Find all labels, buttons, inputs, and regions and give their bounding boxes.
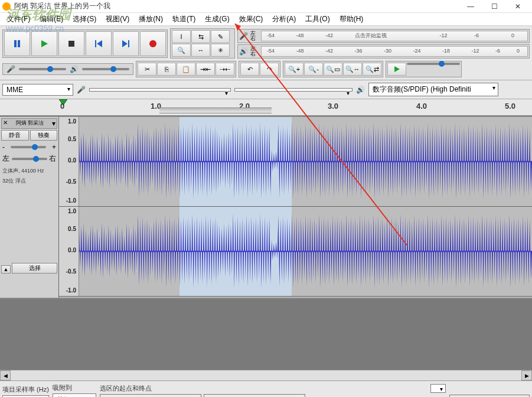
svg-marker-8: [122, 40, 128, 47]
svg-rect-6: [95, 40, 96, 47]
play-at-speed: [386, 61, 462, 77]
mixer-controls: 🎤 🔊: [2, 63, 133, 75]
skip-end-button[interactable]: [113, 31, 139, 56]
snap-label: 吸附到: [53, 383, 96, 392]
svg-marker-11: [394, 66, 400, 72]
selection-mode-select[interactable]: [430, 384, 446, 393]
zoom-in-icon[interactable]: 🔍+: [285, 63, 303, 76]
playback-volume-slider[interactable]: [82, 68, 129, 70]
waveform-ch1: [79, 117, 532, 206]
selection-bar: 项目采样率 (Hz) 44100 吸附到 关闭 选区的起点和终点 00 时 00…: [0, 380, 532, 397]
zoom-sel-icon[interactable]: 🔍▭: [324, 63, 342, 76]
amplitude-scale: 1.0 0.5 0.0 -0.5 -1.0: [59, 207, 79, 296]
horizontal-scrollbar[interactable]: ◀ ▶: [0, 370, 532, 380]
envelope-tool-icon[interactable]: ⇆: [191, 30, 210, 43]
menu-transport[interactable]: 播放(N): [134, 13, 168, 25]
svg-point-10: [149, 40, 156, 47]
menu-effect[interactable]: 效果(C): [234, 13, 268, 25]
mic-icon: 🎤: [239, 32, 248, 40]
menu-edit[interactable]: 编辑(E): [35, 13, 68, 25]
record-volume-slider[interactable]: [19, 68, 66, 70]
snap-select[interactable]: 关闭: [53, 393, 96, 397]
speed-slider[interactable]: [407, 63, 460, 65]
selection-start-time[interactable]: 00 时 00 分 01.104 秒▾: [100, 394, 201, 397]
rec-channels-select[interactable]: [234, 88, 353, 92]
scroll-right-icon[interactable]: ▶: [521, 370, 532, 380]
timeline-ruler[interactable]: 0 1.0 2.0 3.0 4.0 5.0: [59, 99, 532, 116]
mic-icon: 🎤: [6, 65, 15, 73]
maximize-button[interactable]: ☐: [482, 1, 506, 12]
gain-slider[interactable]: [11, 146, 46, 148]
copy-icon[interactable]: ⎘: [157, 63, 176, 76]
menu-analyze[interactable]: 分析(A): [267, 13, 301, 25]
menu-generate[interactable]: 生成(G): [200, 13, 234, 25]
zoom-out-icon[interactable]: 🔍-: [304, 63, 323, 76]
edit-tools: I ⇆ ✎ 🔍 ↔ ✳: [170, 28, 235, 58]
selection-indicator[interactable]: [159, 108, 272, 113]
svg-rect-3: [18, 40, 20, 47]
track: ✕ 阿炳 郭采洁 ▾ 静音 独奏 -+ 左 右 立体声, 44100 Hz 32…: [0, 116, 532, 299]
menu-file[interactable]: 文件(F): [2, 13, 35, 25]
scroll-left-icon[interactable]: ◀: [0, 370, 11, 380]
record-meter[interactable]: 🎤 左 右 -54 -48 -42 点击开始监视 -12 -6 0: [237, 29, 530, 43]
zoom-buttons: 🔍+ 🔍- 🔍▭ 🔍↔ 🔍⇄: [283, 61, 383, 77]
playback-meter[interactable]: 🔊 左 右 -54 -48 -42 -36 -30 -24 -18 -12 -6…: [237, 44, 530, 58]
play-button[interactable]: [31, 31, 57, 56]
track-bitdepth-info: 32位 浮点: [1, 176, 57, 186]
menu-view[interactable]: 视图(V): [101, 13, 134, 25]
draw-tool-icon[interactable]: ✎: [211, 30, 230, 43]
zoom-fit-icon[interactable]: 🔍↔: [343, 63, 362, 76]
undo-icon[interactable]: ↶: [240, 63, 259, 76]
svg-rect-5: [68, 41, 74, 47]
window-title: 阿炳 郭采洁 世界上的另一个我: [14, 1, 459, 11]
svg-marker-4: [41, 40, 48, 47]
pan-slider[interactable]: [12, 158, 47, 160]
timeshift-tool-icon[interactable]: ↔: [191, 44, 210, 57]
play-speed-button[interactable]: [387, 63, 406, 76]
paste-icon[interactable]: 📋: [177, 63, 195, 76]
redo-icon[interactable]: ↷: [260, 63, 279, 76]
host-select[interactable]: MME: [2, 84, 73, 96]
cut-icon[interactable]: ✂: [138, 63, 156, 76]
selection-end-time[interactable]: 00 时 00 分 02.417 秒▾: [204, 394, 305, 397]
collapse-button[interactable]: ▲: [1, 265, 11, 274]
silence-icon[interactable]: ⇢⇠: [216, 63, 234, 76]
menu-tracks[interactable]: 轨道(T): [168, 13, 200, 25]
select-button[interactable]: 选择: [12, 263, 57, 274]
multi-tool-icon[interactable]: ✳: [211, 44, 230, 57]
record-button[interactable]: [140, 31, 166, 56]
solo-button[interactable]: 独奏: [30, 130, 58, 141]
menu-help[interactable]: 帮助(H): [335, 13, 368, 25]
zoom-tool-icon[interactable]: 🔍: [172, 44, 191, 57]
titlebar: 阿炳 郭采洁 世界上的另一个我 — ☐ ✕: [0, 0, 532, 13]
stop-button[interactable]: [58, 31, 84, 56]
toolbar: I ⇆ ✎ 🔍 ↔ ✳ 🎤 左 右 -54 -48 -42 点击开始监视 -12…: [0, 26, 532, 80]
empty-track-area[interactable]: [0, 299, 532, 370]
track-name-dropdown[interactable]: ✕ 阿炳 郭采洁 ▾: [1, 118, 57, 129]
transport-controls: [2, 30, 168, 58]
skip-start-button[interactable]: [86, 31, 112, 56]
play-device-select[interactable]: 数字音频(S/PDIF) (High Definiti: [368, 83, 498, 96]
app-icon: [2, 2, 11, 11]
trim-icon[interactable]: ⇥⇤: [196, 63, 215, 76]
zoom-toggle-icon[interactable]: 🔍⇄: [363, 63, 381, 76]
minimize-button[interactable]: —: [459, 1, 482, 12]
mic-icon: 🎤: [77, 86, 86, 94]
menu-select[interactable]: 选择(S): [68, 13, 101, 25]
track-format-info: 立体声, 44100 Hz: [1, 166, 57, 176]
edit-buttons: ✂ ⎘ 📋 ⇥⇤ ⇢⇠: [136, 61, 236, 77]
rec-device-select[interactable]: [89, 88, 231, 92]
undo-buttons: ↶ ↷: [239, 61, 280, 77]
selection-tool-icon[interactable]: I: [172, 30, 191, 43]
waveform-area[interactable]: 1.0 0.5 0.0 -0.5 -1.0 1.: [59, 117, 532, 298]
pause-button[interactable]: [4, 31, 30, 56]
audio-position-time[interactable]: 00 时 00 分 01 秒: [449, 395, 530, 397]
timeline-corner: [0, 99, 59, 116]
amplitude-scale: 1.0 0.5 0.0 -0.5 -1.0: [59, 117, 79, 206]
close-button[interactable]: ✕: [506, 1, 530, 12]
mute-button[interactable]: 静音: [1, 130, 29, 141]
menu-tools[interactable]: 工具(O): [301, 13, 334, 25]
meter-hint: 点击开始监视: [355, 32, 387, 40]
meter-channels: 左 右: [250, 31, 259, 41]
speaker-icon: 🔊: [70, 65, 79, 73]
